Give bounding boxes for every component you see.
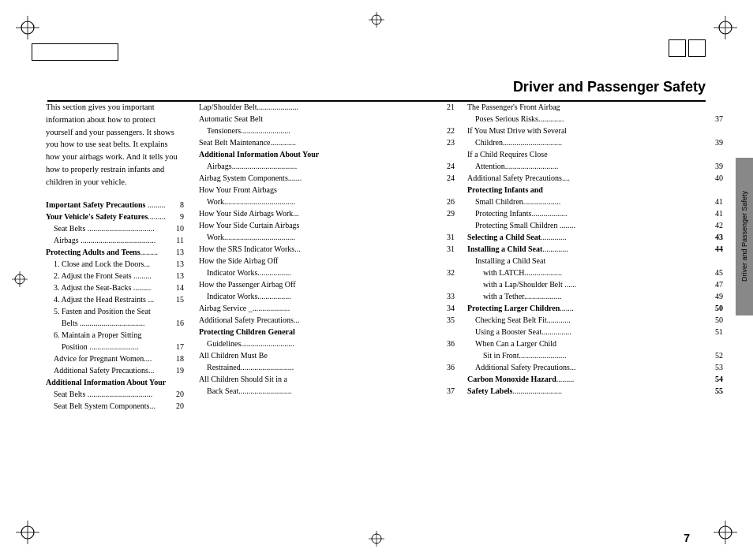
- toc2-airbag-service: Airbag Service _................... 34: [199, 302, 455, 314]
- main-content: This section gives you important informa…: [46, 93, 729, 521]
- toc-label: Protecting Adults and Teens.........: [46, 246, 176, 258]
- toc2-tensioners: Tensioners......................... 22: [199, 125, 455, 136]
- toc-page: 10: [176, 222, 184, 234]
- toc3-installing-child-seat-2: Installing a Child Seat: [467, 255, 723, 267]
- toc2-guidelines: Guidelines........................... 36: [199, 338, 455, 349]
- toc3-small-children: Small Children................... 41: [467, 196, 723, 207]
- toc-entry-add-safety-1: Additional Safety Precautions... 19: [46, 364, 184, 376]
- header-box-right-1: [669, 39, 686, 57]
- corner-mark-top-right: [714, 16, 737, 39]
- toc-label: Your Vehicle's Safety Features.........: [46, 211, 180, 222]
- toc2-srs-indicator: How the SRS Indicator Works... 31: [199, 243, 455, 255]
- toc3-with-tether: with a Tether................... 49: [467, 290, 723, 302]
- toc2-curtain-airbags-page: Work....................................…: [199, 231, 455, 243]
- toc-page: 18: [176, 353, 184, 364]
- toc2-curtain-airbags: How Your Side Curtain Airbags: [199, 219, 455, 231]
- toc-entry-position: Position ......................... 17: [46, 341, 184, 353]
- header-box-right-2: [688, 39, 706, 57]
- toc-col2: Lap/Shoulder Belt..................... 2…: [193, 93, 461, 521]
- toc2-passenger-airbag-off-page: Indicator Works................. 33: [199, 290, 455, 302]
- toc-page: 19: [176, 364, 184, 376]
- side-tab-text: Driver and Passenger Safety: [740, 191, 748, 282]
- toc2-side-airbag-off-page: Indicator Works................. 32: [199, 267, 455, 278]
- toc2-add-info-airbags: Additional Information About Your: [199, 148, 455, 160]
- toc3-sit-in-front: Sit in Front........................ 52: [467, 349, 723, 361]
- toc-entry-seat-belt-sys: Seat Belt System Components... 20: [46, 400, 184, 412]
- toc-label: Seat Belts .............................…: [54, 388, 176, 400]
- toc3-add-safety-3: Additional Safety Precautions... 53: [467, 361, 723, 373]
- toc-page: 17: [176, 341, 184, 353]
- toc-entry-important: Important Safety Precautions ......... 8: [46, 199, 184, 211]
- toc2-auto-seat-belt: Automatic Seat Belt: [199, 113, 455, 125]
- toc-label: 1. Close and Lock the Doors...: [54, 258, 176, 270]
- intro-paragraph: This section gives you important informa…: [46, 101, 184, 188]
- toc-label: Advice for Pregnant Women....: [54, 353, 176, 364]
- toc-label: Airbags ................................…: [54, 234, 176, 246]
- toc-label: 5. Fasten and Position the Seat: [54, 307, 151, 315]
- toc-label: Position .........................: [62, 341, 176, 353]
- toc3-selecting-child-seat: Selecting a Child Seat............. 43: [467, 231, 723, 243]
- toc3-attention: Attention........................... 39: [467, 160, 723, 172]
- corner-mark-top-left: [16, 16, 39, 39]
- toc-entry-vehicle-safety: Your Vehicle's Safety Features......... …: [46, 211, 184, 222]
- toc-label: Belts .................................: [62, 317, 176, 329]
- toc-entry-front-seats: 2. Adjust the Front Seats ......... 13: [46, 270, 184, 282]
- toc-entry-belts: Belts ................................. …: [46, 317, 184, 329]
- toc-label: 3. Adjust the Seat-Backs .........: [54, 282, 176, 293]
- toc-entry-seat-belts-2: Seat Belts .............................…: [46, 388, 184, 400]
- toc-page: 14: [176, 282, 184, 293]
- toc-page: 13: [176, 246, 184, 258]
- toc-entry-protecting-adults: Protecting Adults and Teens......... 13: [46, 246, 184, 258]
- header-boxes-right: [669, 39, 706, 57]
- toc2-side-airbag-off: How the Side Airbag Off: [199, 255, 455, 267]
- toc-page: 11: [176, 234, 184, 246]
- toc2-front-airbags-page: Work....................................…: [199, 196, 455, 207]
- toc3-with-lap-shoulder: with a Lap/Shoulder Belt ...... 47: [467, 278, 723, 290]
- toc-page: 8: [180, 199, 184, 211]
- toc2-airbags-page: Airbags.................................…: [199, 160, 455, 172]
- toc-entry-add-info-seat-belts: Additional Information About Your: [46, 376, 184, 388]
- toc3-safety-labels: Safety Labels......................... 5…: [467, 385, 723, 397]
- toc-page: 13: [176, 258, 184, 270]
- toc-col1: Important Safety Precautions ......... 8…: [46, 199, 184, 412]
- toc3-checking-seat-belt: Checking Seat Belt Fit............ 50: [467, 314, 723, 326]
- toc-entry-pregnant: Advice for Pregnant Women.... 18: [46, 353, 184, 364]
- toc3-if-must-drive: If You Must Drive with Several: [467, 125, 723, 136]
- corner-mark-bottom-right: [714, 521, 737, 544]
- toc3-protecting-small: Protecting Small Children ........ 42: [467, 219, 723, 231]
- toc2-children-back-seat: All Children Should Sit in a: [199, 373, 455, 385]
- toc-label: Seat Belts .............................…: [54, 222, 176, 234]
- toc-page: 20: [176, 400, 184, 412]
- toc-label: 6. Maintain a Proper Sitting: [54, 330, 141, 339]
- toc-entry-proper-sitting: 6. Maintain a Proper Sitting: [46, 329, 184, 341]
- toc3-with-latch: with LATCH................... 45: [467, 267, 723, 278]
- toc2-side-airbags: How Your Side Airbags Work... 29: [199, 207, 455, 219]
- center-mark-top: [369, 12, 384, 29]
- intro-column: This section gives you important informa…: [46, 93, 192, 521]
- toc2-children-must-be: All Children Must Be: [199, 349, 455, 361]
- toc2-add-safety-precautions: Additional Safety Precautions... 35: [199, 314, 455, 326]
- toc-label: Important Safety Precautions .........: [46, 199, 180, 211]
- toc2-front-airbags: How Your Front Airbags: [199, 184, 455, 196]
- toc3-protecting-infants-2: Protecting Infants.................. 41: [467, 207, 723, 219]
- toc-entry-airbags: Airbags ................................…: [46, 234, 184, 246]
- page-number: 7: [684, 532, 690, 544]
- toc-col3: The Passenger's Front Airbag Poses Serio…: [461, 93, 729, 521]
- toc-label: 4. Adjust the Head Restraints ...: [54, 293, 176, 305]
- toc3-when-can-larger: When Can a Larger Child: [467, 338, 723, 349]
- header-box-left: [32, 43, 118, 61]
- toc-label: Additional Information About Your: [46, 378, 166, 386]
- toc3-installing-child-seat: Installing a Child Seat............. 44: [467, 243, 723, 255]
- toc-entry-head-restraints: 4. Adjust the Head Restraints ... 15: [46, 293, 184, 305]
- toc2-airbag-sys-comp: Airbag System Components....... 24: [199, 172, 455, 184]
- toc-page: 20: [176, 388, 184, 400]
- toc-label: Additional Safety Precautions...: [54, 364, 176, 376]
- toc-entry-seat-belts: Seat Belts .............................…: [46, 222, 184, 234]
- corner-mark-bottom-left: [16, 521, 39, 544]
- toc3-child-close-attention: If a Child Requires Close: [467, 148, 723, 160]
- toc3-carbon-monoxide: Carbon Monoxide Hazard......... 54: [467, 373, 723, 385]
- center-mark-left: [12, 271, 28, 289]
- toc2-protecting-children: Protecting Children General: [199, 326, 455, 338]
- toc2-passenger-airbag-off: How the Passenger Airbag Off: [199, 278, 455, 290]
- toc3-children: Children.............................. 3…: [467, 136, 723, 148]
